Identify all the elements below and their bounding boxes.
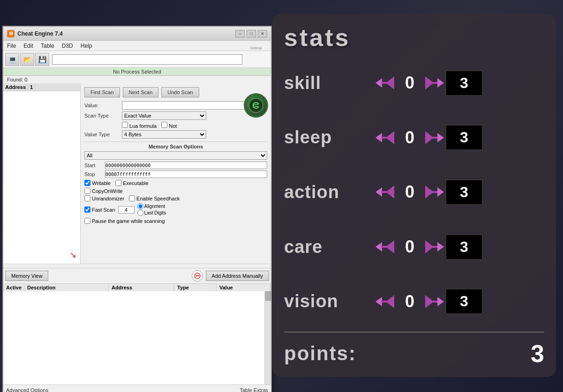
scrollbar[interactable] (264, 291, 271, 385)
value-input[interactable] (122, 101, 248, 110)
menu-edit[interactable]: Edit (20, 42, 37, 50)
toolbar-save-btn[interactable]: 💾 (35, 53, 49, 66)
status-bar: Advanced Options Table Extras (3, 385, 271, 392)
menu-file[interactable]: File (3, 42, 20, 50)
care-increase-button[interactable] (425, 240, 442, 253)
toolbar-computer-btn[interactable]: 💻 (5, 53, 19, 66)
last-digits-radio[interactable] (137, 210, 143, 216)
speedhack-checkbox[interactable] (129, 195, 135, 201)
menu-table[interactable]: Table (37, 42, 58, 50)
status-right: Table Extras (240, 387, 268, 392)
memory-type-select[interactable]: All MEM_PRIVATE MEM_IMAGE MEM_MAPPED (84, 151, 267, 160)
memory-view-button[interactable]: Memory View (5, 271, 48, 281)
bottom-toolbar: Memory View Add Address Manually (3, 268, 271, 284)
lua-formula-checkbox[interactable] (122, 122, 128, 128)
stat-name-skill: skill (284, 73, 378, 93)
sleep-increase-button[interactable] (425, 131, 442, 144)
first-scan-button[interactable]: First Scan (84, 87, 120, 97)
lua-formula-label: Lua formula (122, 122, 157, 129)
speedhack-row: Unrandomizer Enable Speedhack (84, 195, 267, 201)
skill-increase-button[interactable] (425, 76, 442, 89)
menu-help[interactable]: Help (77, 42, 96, 50)
main-area: Address 1 ↘ First Scan Next Scan Undo Sc… (3, 83, 271, 264)
skill-decrease-button[interactable] (378, 76, 394, 89)
scan-type-row: Scan Type Exact Value Bigger than... Sma… (84, 111, 267, 120)
stat-value-action: 0 (398, 182, 421, 202)
scan-type-label: Scan Type (84, 113, 122, 118)
stats-panel: stats skill 0 3 sleep (272, 14, 556, 377)
stat-name-vision: vision (284, 291, 378, 311)
red-arrow-area: ↘ (3, 246, 80, 264)
table-header: Active Description Address Type Value (3, 284, 271, 292)
unrandomizer-label: Unrandomizer (84, 195, 124, 201)
stat-row-action: action 0 3 (284, 168, 544, 217)
minimize-button[interactable]: ─ (235, 30, 245, 37)
titlebar: ⚙ Cheat Engine 7.4 ─ □ ✕ (3, 27, 271, 41)
ce-icon: ⚙ (7, 30, 15, 37)
care-box: 3 (445, 234, 483, 260)
stat-name-care: care (284, 237, 378, 257)
stat-row-vision: vision 0 3 (284, 277, 544, 326)
options-row-2: CopyOnWrite (84, 188, 267, 194)
alignment-radio[interactable] (137, 203, 143, 209)
stats-title: stats (284, 23, 544, 52)
value-type-row: Value Type 4 Bytes 1 Byte 2 Bytes 8 Byte… (84, 130, 267, 139)
found-count: Found: 0 (3, 76, 271, 83)
fast-scan-row: Fast Scan Alignment Last Digits (84, 203, 267, 216)
th-type: Type (174, 284, 217, 291)
stat-controls-care: 0 3 (378, 234, 544, 260)
toolbar-open-btn[interactable]: 📂 (20, 53, 34, 66)
address-list: Address 1 ↘ (3, 83, 81, 264)
address-list-body (3, 91, 80, 246)
stat-row-sleep: sleep 0 3 (284, 113, 544, 163)
care-decrease-button[interactable] (378, 240, 394, 253)
process-bar[interactable] (52, 54, 242, 65)
not-checkbox[interactable] (161, 122, 167, 128)
maximize-button[interactable]: □ (247, 30, 256, 37)
not-label: Not (161, 122, 177, 129)
start-input[interactable] (105, 162, 267, 169)
action-decrease-button[interactable] (378, 185, 394, 199)
fast-scan-label: Fast Scan (84, 207, 115, 213)
sleep-box: 3 (445, 125, 483, 150)
stat-name-sleep: sleep (284, 127, 378, 148)
cheat-engine-window: ⚙ Cheat Engine 7.4 ─ □ ✕ File Edit Table… (2, 26, 272, 392)
pause-game-row: Pause the game while scanning (84, 218, 267, 224)
stat-controls-skill: 0 3 (378, 70, 544, 96)
copy-on-write-label: CopyOnWrite (84, 188, 267, 194)
executable-label: Executable (115, 180, 148, 186)
next-scan-button[interactable]: Next Scan (123, 87, 159, 97)
value-type-select[interactable]: 4 Bytes 1 Byte 2 Bytes 8 Bytes Float Dou… (122, 130, 206, 139)
process-label: No Process Selected (113, 69, 161, 74)
action-increase-button[interactable] (425, 185, 442, 199)
menu-d3d[interactable]: D3D (58, 42, 77, 50)
window-title: Cheat Engine 7.4 (17, 30, 235, 37)
fast-scan-value-input[interactable] (118, 206, 135, 214)
stat-value-skill: 0 (398, 73, 421, 93)
add-address-button[interactable]: Add Address Manually (206, 271, 269, 281)
address-header: Address 1 (3, 83, 80, 91)
sleep-decrease-button[interactable] (378, 131, 394, 144)
addr-col-address: Address (3, 83, 28, 91)
stop-button[interactable] (192, 270, 203, 281)
menubar: File Edit Table D3D Help (3, 41, 271, 51)
vision-decrease-button[interactable] (378, 295, 394, 308)
stat-name-action: action (284, 182, 378, 202)
unrandomizer-checkbox[interactable] (84, 195, 90, 201)
value-label: Value: (84, 103, 122, 108)
fast-scan-checkbox[interactable] (84, 207, 90, 213)
writable-checkbox[interactable] (84, 180, 90, 186)
address-table-body (3, 291, 271, 385)
undo-scan-button[interactable]: Undo Scan (161, 87, 199, 97)
red-arrow-icon: ↘ (69, 250, 76, 260)
stat-value-vision: 0 (398, 292, 421, 311)
scrollbar-thumb[interactable] (265, 291, 271, 301)
copy-on-write-checkbox[interactable] (84, 188, 90, 194)
stop-input[interactable] (105, 170, 267, 178)
executable-checkbox[interactable] (115, 180, 121, 186)
pause-game-checkbox[interactable] (84, 218, 90, 224)
scan-type-select[interactable]: Exact Value Bigger than... Smaller than.… (122, 111, 206, 120)
th-address: Address (109, 284, 174, 291)
vision-increase-button[interactable] (425, 295, 442, 308)
close-button[interactable]: ✕ (258, 30, 267, 37)
